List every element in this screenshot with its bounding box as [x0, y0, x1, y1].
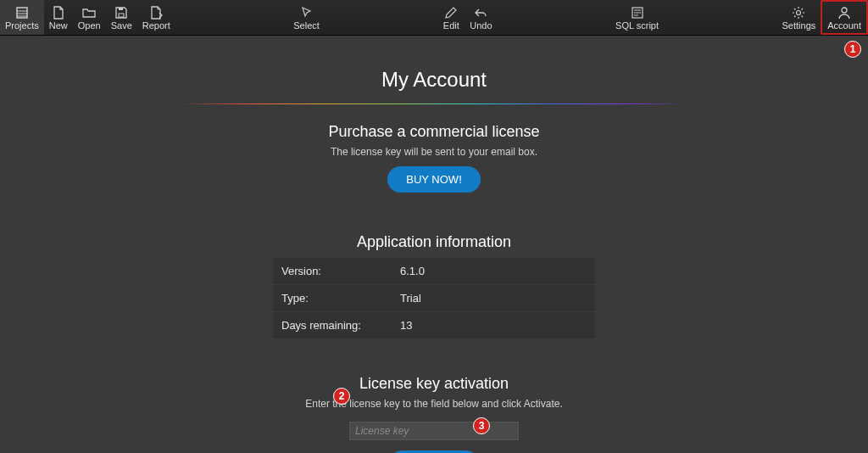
- toolbar-group-right: Settings Account: [777, 0, 869, 35]
- select-label: Select: [293, 20, 320, 31]
- open-folder-icon: [81, 5, 97, 20]
- appinfo-title: Application information: [0, 233, 868, 251]
- report-button[interactable]: Report: [137, 0, 175, 35]
- toolbar-group-edit: Edit Undo: [437, 0, 497, 35]
- settings-label: Settings: [782, 20, 816, 31]
- report-label: Report: [142, 20, 170, 31]
- version-label: Version:: [273, 258, 392, 285]
- save-icon: [114, 5, 129, 20]
- settings-button[interactable]: Settings: [777, 0, 821, 35]
- sql-script-button[interactable]: SQL script: [610, 0, 664, 35]
- type-value: Trial: [392, 285, 595, 312]
- new-label: New: [49, 20, 68, 31]
- svg-point-10: [797, 10, 801, 14]
- activation-subtitle: Enter the license key to the field below…: [0, 398, 868, 410]
- license-key-input[interactable]: [349, 422, 519, 440]
- toolbar-group-select: Select: [288, 0, 325, 35]
- save-button[interactable]: Save: [106, 0, 137, 35]
- pencil-icon: [443, 5, 459, 20]
- days-value: 13: [392, 312, 595, 339]
- new-file-icon: [51, 5, 66, 20]
- account-button[interactable]: Account: [821, 0, 868, 35]
- undo-label: Undo: [470, 20, 492, 31]
- account-label: Account: [827, 20, 861, 31]
- rainbow-divider: [181, 103, 687, 104]
- projects-label: Projects: [5, 20, 39, 31]
- appinfo-table: Version: 6.1.0 Type: Trial Days remainin…: [273, 258, 595, 339]
- page-title: My Account: [0, 68, 868, 92]
- new-button[interactable]: New: [44, 0, 73, 35]
- edit-button[interactable]: Edit: [437, 0, 465, 35]
- script-icon: [630, 5, 645, 20]
- edit-label: Edit: [443, 20, 459, 31]
- cursor-icon: [299, 5, 314, 20]
- projects-button[interactable]: Projects: [0, 0, 44, 35]
- table-row: Type: Trial: [273, 285, 595, 312]
- report-icon: [148, 5, 164, 20]
- select-button[interactable]: Select: [288, 0, 325, 35]
- activation-title: License key activation: [0, 375, 868, 393]
- undo-icon: [473, 5, 488, 20]
- toolbar-group-left: Projects New Open Save Report: [0, 0, 175, 35]
- save-label: Save: [111, 20, 132, 31]
- type-label: Type:: [273, 285, 392, 312]
- sql-label: SQL script: [615, 20, 659, 31]
- svg-rect-5: [119, 8, 123, 10]
- gear-icon: [791, 5, 806, 20]
- days-label: Days remaining:: [273, 312, 392, 339]
- table-row: Version: 6.1.0: [273, 258, 595, 285]
- purchase-subtitle: The license key will be sent to your ema…: [0, 146, 868, 158]
- toolbar: Projects New Open Save Report: [0, 0, 868, 36]
- open-label: Open: [78, 20, 101, 31]
- buy-now-button[interactable]: BUY NOW!: [387, 166, 481, 193]
- open-button[interactable]: Open: [73, 0, 106, 35]
- projects-icon: [14, 5, 30, 20]
- version-value: 6.1.0: [392, 258, 595, 285]
- content-area: My Account Purchase a commercial license…: [0, 36, 868, 453]
- annotation-1: 1: [844, 41, 861, 58]
- svg-rect-4: [119, 14, 124, 17]
- undo-button[interactable]: Undo: [465, 0, 497, 35]
- table-row: Days remaining: 13: [273, 312, 595, 339]
- purchase-title: Purchase a commercial license: [0, 123, 868, 141]
- user-icon: [837, 5, 852, 20]
- svg-point-11: [842, 8, 847, 13]
- toolbar-group-sql: SQL script: [610, 0, 664, 35]
